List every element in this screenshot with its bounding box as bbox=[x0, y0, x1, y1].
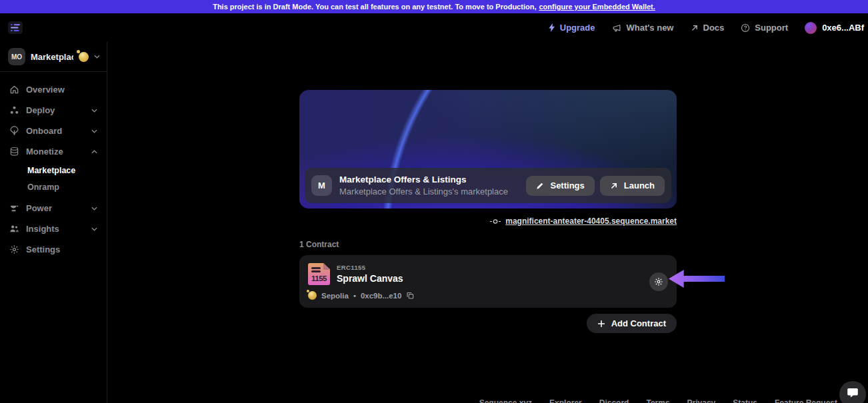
project-selector[interactable]: MO Marketplace... bbox=[0, 42, 107, 72]
launch-button[interactable]: Launch bbox=[600, 176, 665, 196]
project-avatar: MO bbox=[8, 48, 25, 65]
sidebar-item-onramp[interactable]: Onramp bbox=[0, 179, 107, 195]
copy-icon[interactable] bbox=[406, 291, 414, 300]
header: Upgrade What's new Docs Support 0xe6...A… bbox=[0, 13, 868, 42]
contract-standard: ERC1155 bbox=[337, 264, 403, 271]
pointer-arrow-annotation bbox=[669, 270, 725, 288]
sidebar: MO Marketplace... Overview Deploy bbox=[0, 42, 107, 403]
sidebar-nav: Overview Deploy Onboard Monetize bbox=[0, 72, 107, 260]
footer-link-sequence[interactable]: Sequence.xyz bbox=[479, 398, 532, 403]
megaphone-icon bbox=[612, 23, 622, 33]
chevron-down-icon bbox=[91, 109, 97, 113]
gear-icon bbox=[9, 244, 19, 254]
main-content: M Marketplace Offers & Listings Marketpl… bbox=[108, 42, 868, 403]
settings-button[interactable]: Settings bbox=[526, 176, 594, 196]
sepolia-network-icon bbox=[308, 291, 317, 300]
contract-name: Sprawl Canvas bbox=[337, 273, 403, 284]
footer-link-feature-request[interactable]: Feature Request bbox=[775, 398, 837, 403]
coins-icon bbox=[9, 147, 19, 157]
marketplace-title: Marketplace Offers & Listings bbox=[339, 175, 519, 185]
plus-icon bbox=[597, 320, 605, 328]
upgrade-button[interactable]: Upgrade bbox=[549, 23, 595, 33]
header-actions: Upgrade What's new Docs Support 0xe6...A… bbox=[549, 22, 864, 34]
marketplace-info-card: M Marketplace Offers & Listings Marketpl… bbox=[305, 168, 671, 203]
marketplace-subtitle: Marketplace Offers & Listings's marketpl… bbox=[339, 187, 519, 197]
parachute-icon bbox=[9, 126, 19, 136]
link-node-icon bbox=[490, 218, 501, 224]
draft-mode-text: This project is in Draft Mode. You can t… bbox=[213, 3, 536, 11]
pencil-icon bbox=[536, 182, 544, 190]
chat-widget-button[interactable] bbox=[839, 381, 866, 403]
external-link-icon bbox=[610, 182, 618, 190]
support-button[interactable]: Support bbox=[741, 23, 788, 33]
wallet-avatar bbox=[805, 22, 817, 34]
deploy-cluster-icon bbox=[9, 105, 19, 115]
credits-coin-icon bbox=[79, 52, 89, 62]
market-url-link[interactable]: magnificent-anteater-40405.sequence.mark… bbox=[505, 216, 677, 226]
anvil-icon bbox=[9, 203, 19, 213]
dot-separator: • bbox=[353, 292, 356, 300]
lightning-icon bbox=[549, 23, 555, 32]
marketplace-avatar: M bbox=[311, 175, 332, 196]
external-link-icon bbox=[691, 24, 699, 32]
question-circle-icon bbox=[741, 23, 750, 33]
contract-card[interactable]: 1155 ERC1155 Sprawl Canvas Sepolia • 0xc… bbox=[299, 255, 677, 308]
footer-link-discord[interactable]: Discord bbox=[599, 398, 629, 403]
draft-mode-banner: This project is in Draft Mode. You can t… bbox=[0, 0, 868, 13]
footer-link-privacy[interactable]: Privacy bbox=[687, 398, 716, 403]
sidebar-item-marketplace[interactable]: Marketplace bbox=[0, 162, 107, 179]
wallet-account-button[interactable]: 0xe6...ABf bbox=[805, 22, 864, 34]
project-name: Marketplace... bbox=[31, 52, 73, 62]
market-url-row: magnificent-anteater-40405.sequence.mark… bbox=[299, 216, 677, 226]
contract-address: 0xc9b...e10 bbox=[361, 292, 401, 300]
docs-button[interactable]: Docs bbox=[691, 23, 725, 33]
chevron-down-icon bbox=[94, 55, 100, 59]
chevron-up-icon bbox=[91, 150, 97, 154]
erc1155-document-icon: 1155 bbox=[308, 263, 330, 285]
sidebar-item-power[interactable]: Power bbox=[0, 198, 107, 218]
footer-link-terms[interactable]: Terms bbox=[646, 398, 669, 403]
chevron-down-icon bbox=[91, 227, 97, 231]
footer: Sequence.xyz Explorer Discord Terms Priv… bbox=[479, 398, 837, 403]
wallet-address: 0xe6...ABf bbox=[822, 23, 864, 33]
chevron-down-icon bbox=[91, 129, 97, 133]
users-icon bbox=[9, 224, 19, 234]
sidebar-item-settings[interactable]: Settings bbox=[0, 239, 107, 260]
footer-link-status[interactable]: Status bbox=[733, 398, 757, 403]
sidebar-item-onboard[interactable]: Onboard bbox=[0, 121, 107, 141]
chat-bubble-icon bbox=[847, 387, 859, 398]
network-name: Sepolia bbox=[321, 292, 349, 300]
configure-wallet-link[interactable]: configure your Embedded Wallet. bbox=[539, 3, 655, 11]
contract-settings-gear-button[interactable] bbox=[649, 272, 668, 291]
sidebar-item-insights[interactable]: Insights bbox=[0, 218, 107, 239]
add-contract-button[interactable]: Add Contract bbox=[587, 314, 677, 333]
contract-network-row: Sepolia • 0xc9b...e10 bbox=[308, 291, 668, 300]
sidebar-item-overview[interactable]: Overview bbox=[0, 79, 107, 100]
chevron-down-icon bbox=[91, 206, 97, 210]
whats-new-button[interactable]: What's new bbox=[612, 23, 674, 33]
sidebar-item-deploy[interactable]: Deploy bbox=[0, 100, 107, 121]
contract-count-label: 1 Contract bbox=[299, 240, 677, 249]
footer-link-explorer[interactable]: Explorer bbox=[549, 398, 582, 403]
home-icon bbox=[9, 85, 19, 95]
sidebar-item-monetize[interactable]: Monetize bbox=[0, 141, 107, 162]
sequence-logo-icon[interactable] bbox=[8, 21, 23, 34]
marketplace-hero-banner: M Marketplace Offers & Listings Marketpl… bbox=[299, 90, 677, 208]
